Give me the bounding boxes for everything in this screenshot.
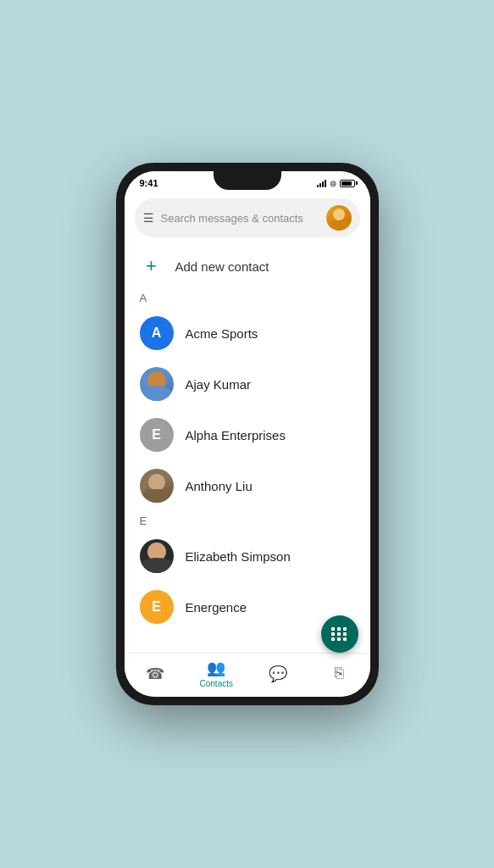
search-input[interactable]: Search messages & contacts [161, 212, 319, 225]
nav-contacts[interactable]: 👥 Contacts [195, 659, 237, 688]
contact-alpha-enterprises[interactable]: E Alpha Enterprises [125, 409, 370, 460]
section-header-a: A [125, 288, 370, 308]
menu-icon[interactable]: ☰ [143, 212, 154, 224]
phone-nav-icon: ☎ [146, 665, 164, 683]
dialpad-icon [331, 627, 347, 641]
contacts-nav-icon: 👥 [207, 659, 225, 677]
status-time: 9:41 [140, 178, 158, 188]
phone-screen: 9:41 ⊜ ☰ Search messages & contacts [125, 171, 370, 697]
contact-name-energence: Energence [186, 600, 247, 615]
wifi-icon: ⊜ [330, 179, 336, 188]
section-header-e: E [125, 511, 370, 531]
contact-name-alpha-enterprises: Alpha Enterprises [186, 428, 286, 442]
nav-voicemail[interactable]: ⎘ [318, 665, 360, 682]
contacts-nav-label: Contacts [200, 679, 233, 688]
contact-name-anthony-liu: Anthony Liu [186, 479, 253, 493]
avatar-alpha-enterprises: E [140, 418, 174, 452]
contact-anthony-liu[interactable]: Anthony Liu [125, 460, 370, 511]
contact-ajay-kumar[interactable]: Ajay Kumar [125, 359, 370, 409]
contact-elizabeth-simpson[interactable]: Elizabeth Simpson [125, 531, 370, 581]
contact-acme-sports[interactable]: A Acme Sports [125, 308, 370, 359]
nav-messages[interactable]: 💬 [257, 665, 299, 683]
add-contact-button[interactable]: + Add new contact [125, 244, 370, 288]
voicemail-nav-icon: ⎘ [335, 665, 344, 682]
status-icons: ⊜ [317, 179, 355, 188]
avatar-ajay-kumar [140, 367, 174, 401]
battery-icon [340, 180, 355, 187]
fab-dialpad[interactable] [321, 615, 358, 653]
phone-frame: 9:41 ⊜ ☰ Search messages & contacts [116, 163, 379, 705]
contact-name-elizabeth-simpson: Elizabeth Simpson [186, 549, 291, 564]
contact-name-ajay-kumar: Ajay Kumar [186, 377, 252, 392]
signal-icon [317, 179, 326, 187]
add-contact-label: Add new contact [175, 259, 269, 274]
main-content: ☰ Search messages & contacts + Add new c… [125, 192, 370, 653]
plus-icon: + [140, 254, 164, 278]
contact-name-acme-sports: Acme Sports [186, 326, 258, 341]
notch [214, 171, 281, 190]
bottom-navigation: ☎ 👥 Contacts 💬 ⎘ [125, 653, 370, 697]
user-avatar[interactable] [326, 205, 352, 231]
avatar-energence: E [140, 590, 174, 624]
search-bar[interactable]: ☰ Search messages & contacts [135, 198, 360, 237]
avatar-anthony-liu [140, 469, 174, 503]
nav-phone[interactable]: ☎ [134, 665, 176, 683]
avatar-acme-sports: A [140, 316, 174, 350]
status-bar: 9:41 ⊜ [125, 171, 370, 192]
avatar-elizabeth-simpson [140, 539, 174, 573]
messages-nav-icon: 💬 [269, 665, 287, 683]
